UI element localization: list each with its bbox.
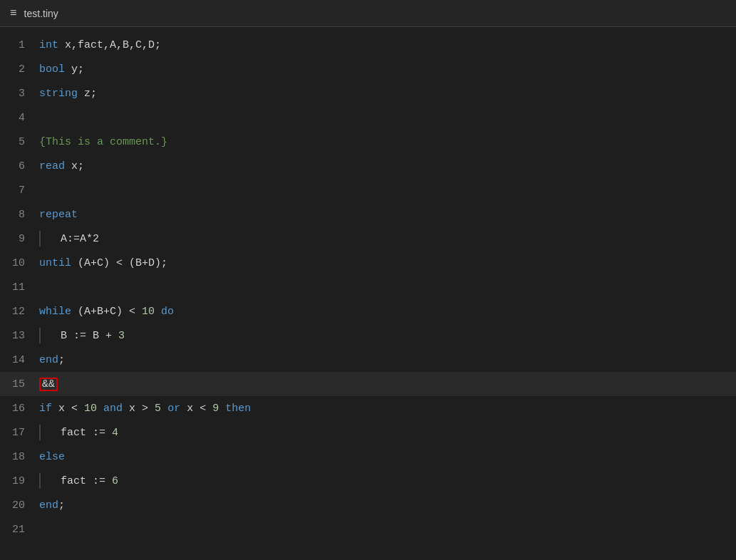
line-number-3: 3 bbox=[0, 88, 39, 100]
line-number-21: 21 bbox=[0, 524, 39, 536]
line-number-19: 19 bbox=[0, 475, 39, 487]
line-15: 15 && bbox=[0, 372, 736, 396]
line-18: 18 else bbox=[0, 445, 736, 469]
line-content-10: until (A+C) < (B+D); bbox=[39, 257, 736, 269]
line-number-8: 8 bbox=[0, 209, 39, 221]
line-11: 11 bbox=[0, 275, 736, 299]
line-3: 3 string z; bbox=[0, 81, 736, 105]
line-number-4: 4 bbox=[0, 112, 39, 124]
line-number-20: 20 bbox=[0, 499, 39, 512]
line-12: 12 while (A+B+C) < 10 do bbox=[0, 299, 736, 323]
line-20: 20 end; bbox=[0, 493, 736, 517]
code-area: 1 int x,fact,A,B,C,D; 2 bool y; 3 string… bbox=[0, 27, 736, 560]
line-number-12: 12 bbox=[0, 306, 39, 318]
line-number-18: 18 bbox=[0, 451, 39, 463]
line-content-12: while (A+B+C) < 10 do bbox=[39, 306, 736, 318]
file-title: test.tiny bbox=[24, 8, 58, 19]
menu-icon: ≡ bbox=[10, 7, 17, 20]
line-content-13: B := B + 3 bbox=[39, 328, 736, 343]
line-content-3: string z; bbox=[39, 88, 736, 100]
line-number-17: 17 bbox=[0, 427, 39, 439]
line-6: 6 read x; bbox=[0, 154, 736, 178]
line-content-19: fact := 6 bbox=[39, 473, 736, 489]
line-content-18: else bbox=[39, 451, 736, 463]
line-14: 14 end; bbox=[0, 348, 736, 372]
line-17: 17 fact := 4 bbox=[0, 420, 736, 445]
line-content-8: repeat bbox=[39, 209, 736, 221]
line-number-5: 5 bbox=[0, 136, 39, 148]
editor-container: ≡ test.tiny 1 int x,fact,A,B,C,D; 2 bool… bbox=[0, 0, 736, 560]
line-10: 10 until (A+C) < (B+D); bbox=[0, 251, 736, 275]
line-content-15: && bbox=[39, 378, 736, 391]
error-highlight: && bbox=[39, 378, 58, 391]
line-content-1: int x,fact,A,B,C,D; bbox=[39, 39, 736, 51]
line-content-17: fact := 4 bbox=[39, 425, 736, 440]
line-16: 16 if x < 10 and x > 5 or x < 9 then bbox=[0, 396, 736, 420]
line-number-11: 11 bbox=[0, 281, 39, 294]
line-number-9: 9 bbox=[0, 233, 39, 245]
line-content-20: end; bbox=[39, 499, 736, 512]
line-5: 5 {This is a comment.} bbox=[0, 130, 736, 154]
line-content-5: {This is a comment.} bbox=[39, 136, 736, 148]
line-content-14: end; bbox=[39, 354, 736, 366]
line-2: 2 bool y; bbox=[0, 57, 736, 81]
line-number-13: 13 bbox=[0, 330, 39, 342]
line-number-6: 6 bbox=[0, 160, 39, 172]
line-7: 7 bbox=[0, 178, 736, 202]
line-number-15: 15 bbox=[0, 378, 39, 390]
line-number-7: 7 bbox=[0, 185, 39, 197]
title-bar: ≡ test.tiny bbox=[0, 0, 736, 27]
line-content-16: if x < 10 and x > 5 or x < 9 then bbox=[39, 403, 736, 415]
line-19: 19 fact := 6 bbox=[0, 469, 736, 493]
line-21: 21 bbox=[0, 517, 736, 541]
line-9: 9 A:=A*2 bbox=[0, 227, 736, 251]
line-1: 1 int x,fact,A,B,C,D; bbox=[0, 33, 736, 57]
line-content-6: read x; bbox=[39, 160, 736, 172]
line-number-14: 14 bbox=[0, 354, 39, 366]
line-content-2: bool y; bbox=[39, 63, 736, 76]
line-number-2: 2 bbox=[0, 63, 39, 76]
line-13: 13 B := B + 3 bbox=[0, 323, 736, 348]
line-content-9: A:=A*2 bbox=[39, 231, 736, 247]
line-8: 8 repeat bbox=[0, 202, 736, 227]
line-number-10: 10 bbox=[0, 257, 39, 269]
line-number-1: 1 bbox=[0, 39, 39, 51]
line-4: 4 bbox=[0, 105, 736, 130]
line-number-16: 16 bbox=[0, 403, 39, 415]
